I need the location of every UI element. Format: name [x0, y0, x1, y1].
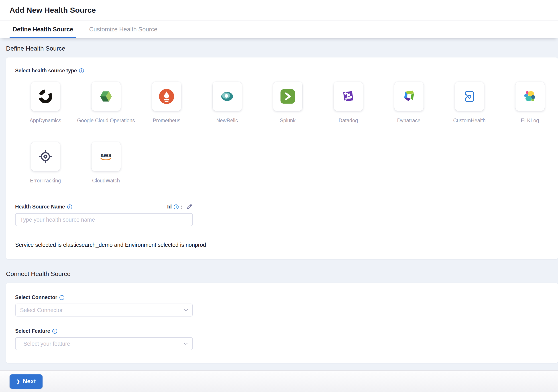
tile-newrelic: NewRelic	[197, 82, 257, 124]
chevron-down-icon	[184, 309, 188, 311]
tile-dynatrace: Dynatrace	[379, 82, 439, 124]
splunk-icon	[279, 88, 296, 105]
elklog-icon	[522, 88, 538, 105]
select-connector-label: Select Connector	[15, 295, 57, 300]
health-source-name-label: Health Source Name	[15, 204, 65, 210]
id-separator: :	[181, 204, 182, 210]
svg-text:aws: aws	[100, 151, 112, 158]
prometheus-card[interactable]	[152, 82, 181, 111]
tab-customize-health-source[interactable]: Customize Health Source	[86, 20, 161, 38]
errortracking-card[interactable]	[31, 142, 60, 171]
feature-select[interactable]: - Select your feature -	[15, 337, 193, 350]
tile-datadog: Datadog	[318, 82, 379, 124]
tile-label: Datadog	[339, 118, 358, 124]
datadog-card[interactable]	[334, 82, 363, 111]
datadog-icon	[340, 88, 357, 105]
appdynamics-icon	[37, 88, 54, 105]
health-source-name-info-icon[interactable]: i	[67, 204, 72, 209]
page-title: Add New Health Source	[9, 6, 96, 15]
tile-label: NewRelic	[216, 118, 238, 124]
dynatrace-icon	[401, 88, 417, 105]
connector-select[interactable]: Select Connector	[15, 304, 193, 316]
connect-section-heading: Connect Health Source	[6, 270, 558, 278]
tile-label: CloudWatch	[92, 178, 120, 184]
select-feature-info-icon[interactable]: i	[52, 329, 57, 334]
tab-define-label: Define Health Source	[13, 26, 73, 33]
select-type-info-icon[interactable]: i	[79, 68, 84, 73]
customhealth-card[interactable]	[455, 82, 484, 111]
define-section-heading: Define Health Source	[6, 44, 558, 52]
tile-label: CustomHealth	[453, 118, 486, 124]
tile-label: Dynatrace	[397, 118, 421, 124]
service-environment-note: Service selected is elasticsearch_demo a…	[15, 242, 558, 248]
select-connector-info-icon[interactable]: i	[60, 295, 64, 300]
health-source-type-grid: AppDynamics Google Cloud Operations	[15, 82, 558, 202]
tile-appdynamics: AppDynamics	[15, 82, 76, 124]
connector-select-placeholder: Select Connector	[20, 307, 63, 313]
edit-pencil-icon	[186, 203, 193, 210]
google-cloud-operations-card[interactable]	[92, 82, 121, 111]
tile-customhealth: CustomHealth	[439, 82, 500, 124]
tile-splunk: Splunk	[257, 82, 318, 124]
customhealth-icon	[461, 88, 478, 105]
define-health-source-card: Select health source type i AppDynamics	[6, 57, 558, 259]
tab-customize-label: Customize Health Source	[89, 26, 157, 33]
chevron-down-icon	[184, 343, 188, 345]
health-source-name-input[interactable]	[15, 213, 193, 226]
newrelic-icon	[219, 88, 235, 105]
tile-elklog: ELKLog	[500, 82, 558, 124]
newrelic-card[interactable]	[213, 82, 242, 111]
connect-health-source-card: Select Connector i Select Connector Sele…	[6, 283, 558, 363]
id-info-icon[interactable]: i	[174, 204, 179, 209]
cloudwatch-aws-icon: aws	[98, 148, 114, 165]
tile-label: Splunk	[280, 118, 296, 124]
tile-label: Google Cloud Operations	[77, 118, 135, 124]
next-button[interactable]: ❯ Next	[9, 375, 43, 389]
footer-bar: ❯ Next	[0, 370, 558, 392]
id-label: Id	[167, 204, 172, 210]
tile-google-cloud-operations: Google Cloud Operations	[76, 82, 136, 124]
main-content: Define Health Source Select health sourc…	[0, 38, 558, 370]
page-header: Add New Health Source	[0, 0, 558, 20]
errortracking-icon	[37, 148, 54, 165]
prometheus-icon	[158, 88, 175, 105]
tile-cloudwatch: aws CloudWatch	[76, 142, 136, 184]
tab-define-health-source[interactable]: Define Health Source	[9, 20, 76, 38]
tile-label: ELKLog	[521, 118, 539, 124]
tab-bar: Define Health Source Customize Health So…	[0, 20, 558, 38]
cloudwatch-card[interactable]: aws	[92, 142, 121, 171]
splunk-card[interactable]	[273, 82, 302, 111]
chevron-right-icon: ❯	[16, 379, 20, 384]
appdynamics-card[interactable]	[31, 82, 60, 111]
next-button-label: Next	[23, 378, 36, 385]
feature-select-placeholder: - Select your feature -	[20, 340, 73, 347]
select-type-label: Select health source type	[15, 68, 77, 74]
tile-label: Prometheus	[153, 118, 180, 124]
select-feature-label: Select Feature	[15, 328, 50, 334]
tile-errortracking: ErrorTracking	[15, 142, 76, 184]
tile-label: AppDynamics	[30, 118, 61, 124]
elklog-card[interactable]	[515, 82, 545, 111]
dynatrace-card[interactable]	[394, 82, 424, 111]
google-cloud-operations-icon	[98, 88, 114, 105]
edit-id-button[interactable]	[186, 203, 193, 210]
tile-label: ErrorTracking	[30, 178, 61, 184]
tile-prometheus: Prometheus	[136, 82, 197, 124]
